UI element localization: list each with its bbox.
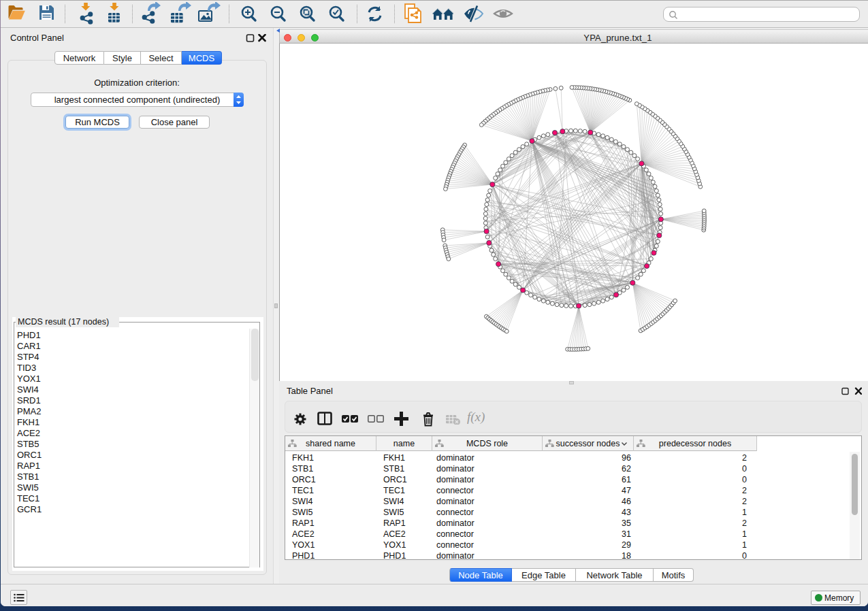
svg-text:f(x): f(x) <box>467 410 485 425</box>
